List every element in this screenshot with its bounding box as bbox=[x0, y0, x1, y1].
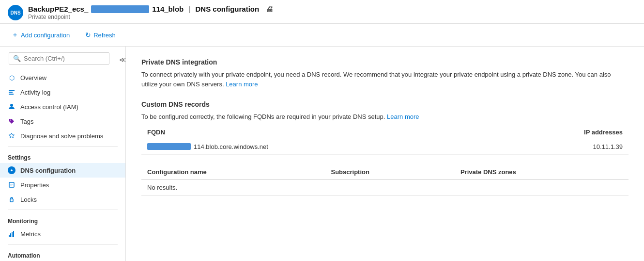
subscription-col: Subscription bbox=[325, 164, 454, 180]
sidebar-item-overview[interactable]: ⬡ Overview bbox=[0, 70, 125, 85]
sidebar-item-access-control[interactable]: Access control (IAM) bbox=[0, 99, 125, 114]
svg-rect-8 bbox=[10, 199, 13, 202]
settings-section-label: Settings bbox=[0, 149, 125, 163]
page-header: DNS BackupPE2_ecs_114_blob | DNS configu… bbox=[0, 0, 644, 24]
ip-cell: 10.11.1.39 bbox=[494, 139, 629, 154]
private-dns-learn-more-link[interactable]: Learn more bbox=[226, 81, 258, 88]
private-dns-section: Private DNS integration To connect priva… bbox=[141, 58, 629, 89]
private-dns-title: Private DNS integration bbox=[141, 58, 629, 66]
svg-rect-12 bbox=[13, 231, 14, 237]
search-icon: 🔍 bbox=[13, 55, 21, 62]
dns-records-table: FQDN IP addresses 114.blob.core.windows.… bbox=[141, 126, 629, 155]
fqdn-redacted-part bbox=[147, 143, 191, 150]
ip-column-header: IP addresses bbox=[494, 126, 629, 139]
svg-point-4 bbox=[10, 120, 11, 121]
divider-automation bbox=[8, 244, 118, 245]
svg-point-3 bbox=[10, 104, 13, 107]
search-box[interactable]: 🔍 bbox=[9, 52, 109, 65]
private-dns-col: Private DNS zones bbox=[455, 164, 629, 180]
main-layout: 🔍 ≪ ⬡ Overview Activity log Access contr… bbox=[0, 47, 644, 261]
custom-dns-learn-more-link[interactable]: Learn more bbox=[387, 113, 419, 120]
config-table: Configuration name Subscription Private … bbox=[141, 164, 629, 196]
add-configuration-button[interactable]: ＋ Add configuration bbox=[8, 29, 74, 41]
collapse-button[interactable]: ≪ bbox=[116, 55, 126, 65]
svg-rect-0 bbox=[9, 90, 15, 91]
resource-subtitle: Private endpoint bbox=[28, 14, 273, 20]
tags-icon bbox=[8, 117, 15, 125]
no-results-row: No results. bbox=[141, 179, 629, 195]
metrics-icon bbox=[8, 230, 15, 238]
svg-rect-7 bbox=[10, 185, 12, 185]
svg-rect-9 bbox=[9, 235, 10, 237]
page-title: BackupPE2_ecs_114_blob | DNS configurati… bbox=[28, 5, 273, 13]
resource-avatar: DNS bbox=[8, 5, 23, 20]
custom-dns-title: Custom DNS records bbox=[141, 100, 629, 108]
private-dns-desc: To connect privately with your private e… bbox=[141, 70, 629, 89]
monitoring-section-label: Monitoring bbox=[0, 213, 125, 227]
svg-rect-10 bbox=[10, 233, 11, 237]
overview-icon: ⬡ bbox=[8, 74, 15, 82]
properties-icon bbox=[8, 181, 15, 189]
custom-dns-desc: To be configured correctly, the followin… bbox=[141, 112, 629, 122]
sidebar-item-diagnose[interactable]: Diagnose and solve problems bbox=[0, 129, 125, 143]
search-input[interactable] bbox=[24, 55, 105, 62]
divider-settings bbox=[8, 146, 118, 147]
activity-log-icon bbox=[8, 88, 15, 96]
svg-rect-11 bbox=[12, 232, 13, 237]
custom-dns-section: Custom DNS records To be configured corr… bbox=[141, 100, 629, 196]
redacted-text bbox=[91, 5, 149, 13]
sidebar: 🔍 ≪ ⬡ Overview Activity log Access contr… bbox=[0, 47, 126, 261]
diagnose-icon bbox=[8, 132, 15, 140]
fqdn-cell: 114.blob.core.windows.net bbox=[141, 139, 494, 154]
dns-config-icon: ● bbox=[8, 166, 15, 174]
locks-icon bbox=[8, 196, 15, 203]
divider-monitoring bbox=[8, 210, 118, 210]
access-control-icon bbox=[8, 103, 15, 111]
automation-section-label: Automation bbox=[0, 247, 125, 261]
print-icon[interactable]: 🖨 bbox=[266, 5, 273, 13]
refresh-icon: ↻ bbox=[85, 31, 91, 39]
content-area: Private DNS integration To connect priva… bbox=[126, 47, 644, 261]
sidebar-item-properties[interactable]: Properties bbox=[0, 178, 125, 192]
sidebar-item-dns-configuration[interactable]: ● DNS configuration bbox=[0, 163, 125, 178]
add-icon: ＋ bbox=[12, 31, 18, 39]
sidebar-item-tags[interactable]: Tags bbox=[0, 114, 125, 129]
svg-rect-2 bbox=[9, 94, 14, 95]
no-results-text: No results. bbox=[141, 179, 629, 195]
toolbar: ＋ Add configuration ↻ Refresh bbox=[0, 24, 644, 47]
sidebar-item-activity-log[interactable]: Activity log bbox=[0, 85, 125, 99]
refresh-button[interactable]: ↻ Refresh bbox=[81, 29, 120, 41]
sidebar-item-metrics[interactable]: Metrics bbox=[0, 227, 125, 241]
svg-rect-1 bbox=[9, 92, 13, 93]
header-title-block: BackupPE2_ecs_114_blob | DNS configurati… bbox=[28, 5, 273, 20]
sidebar-item-locks[interactable]: Locks bbox=[0, 192, 125, 207]
svg-rect-6 bbox=[10, 184, 13, 184]
fqdn-column-header: FQDN bbox=[141, 126, 494, 139]
table-row: 114.blob.core.windows.net 10.11.1.39 bbox=[141, 139, 629, 154]
config-name-col: Configuration name bbox=[141, 164, 325, 180]
